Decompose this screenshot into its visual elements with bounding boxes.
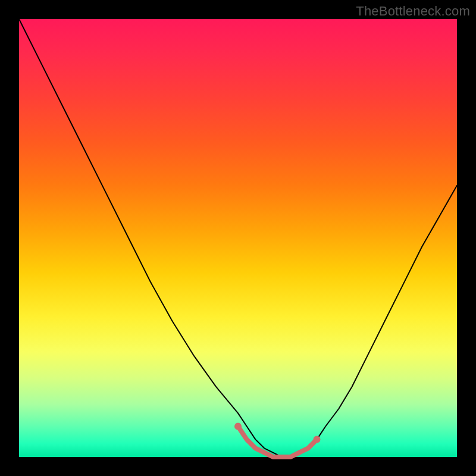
marker-left-dot [234,423,242,430]
series-group [19,19,457,457]
plot-area [19,19,457,457]
chart-svg [19,19,457,457]
series-right-branch [290,186,457,457]
marker-right-dot [314,436,321,443]
chart-frame: TheBottleneck.com [0,0,476,476]
series-left-branch [19,19,290,457]
watermark-text: TheBottleneck.com [356,4,470,19]
